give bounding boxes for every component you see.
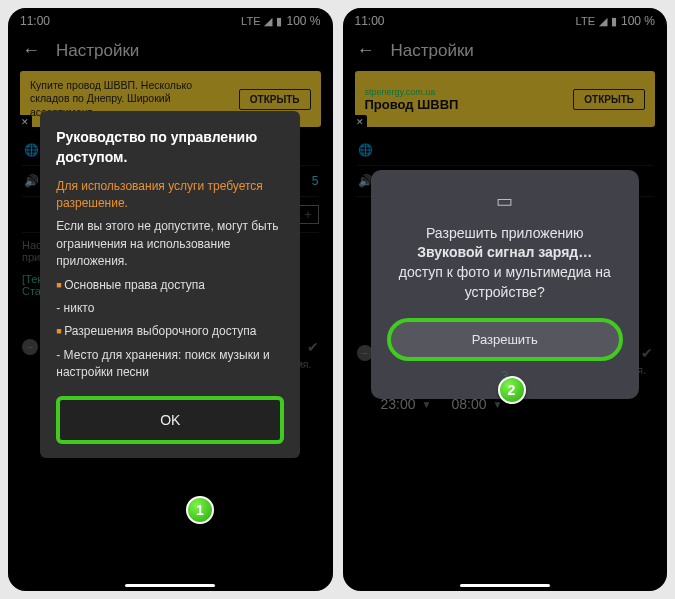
- dialog-text: - Место для хранения: поиск музыки и нас…: [56, 347, 284, 382]
- permission-dialog: ▭ Разрешить приложению Звуковой сигнал з…: [371, 170, 639, 399]
- dialog-text: Для использования услуги требуется разре…: [56, 178, 284, 213]
- access-guide-dialog: Руководство по управлению доступом. Для …: [40, 111, 300, 458]
- step-badge-2: 2: [498, 376, 526, 404]
- permission-text: Разрешить приложению Звуковой сигнал зар…: [387, 224, 623, 302]
- dialog-bullet: Основные права доступа: [56, 277, 284, 294]
- nav-bar[interactable]: [125, 584, 215, 587]
- phone-left: 11:00 LTE ◢ ▮ 100 % ← Настройки Купите п…: [8, 8, 333, 591]
- ok-button[interactable]: OK: [56, 396, 284, 444]
- modal-overlay: Руководство по управлению доступом. Для …: [8, 8, 333, 591]
- dialog-bullet: Разрешения выборочного доступа: [56, 323, 284, 340]
- phone-right: 11:00 LTE ◢ ▮ 100 % ← Настройки stpenerg…: [343, 8, 668, 591]
- dialog-title: Руководство по управлению доступом.: [56, 127, 284, 168]
- step-badge-1: 1: [186, 496, 214, 524]
- allow-button[interactable]: Разрешить: [387, 318, 623, 361]
- dialog-text: Если вы этого не допустите, могут быть о…: [56, 218, 284, 270]
- nav-bar[interactable]: [460, 584, 550, 587]
- modal-overlay: ▭ Разрешить приложению Звуковой сигнал з…: [343, 8, 668, 591]
- folder-icon: ▭: [387, 190, 623, 212]
- dialog-text: - никто: [56, 300, 284, 317]
